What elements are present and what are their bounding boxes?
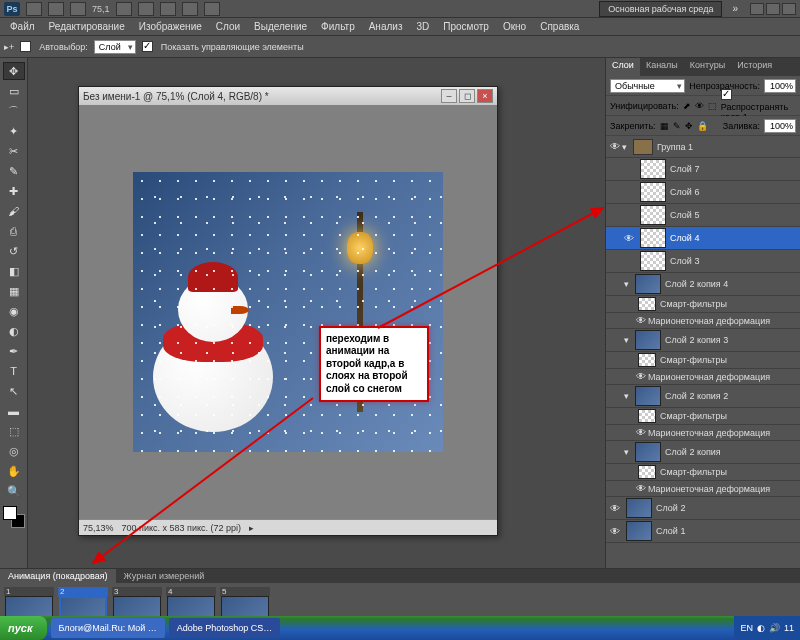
unify-vis-icon[interactable]: 👁: [695, 101, 704, 111]
menu-edit[interactable]: Редактирование: [43, 19, 131, 34]
menu-select[interactable]: Выделение: [248, 19, 313, 34]
blur-tool[interactable]: ◉: [3, 302, 25, 320]
maximize-icon[interactable]: [766, 3, 780, 15]
lock-pos-icon[interactable]: ✥: [685, 121, 693, 131]
layer-row[interactable]: 👁Слой 2: [606, 497, 800, 520]
tab-measurements[interactable]: Журнал измерений: [116, 569, 213, 583]
lasso-tool[interactable]: ⌒: [3, 102, 25, 120]
dodge-tool[interactable]: ◐: [3, 322, 25, 340]
propagate-checkbox[interactable]: [721, 89, 732, 100]
workspace-more-icon[interactable]: »: [732, 3, 738, 14]
fill-input[interactable]: 100%: [764, 119, 796, 133]
lock-pixels-icon[interactable]: ✎: [673, 121, 681, 131]
heal-tool[interactable]: ✚: [3, 182, 25, 200]
filter-row[interactable]: 👁Марионеточная деформация: [606, 369, 800, 385]
doc-zoom[interactable]: 75,13%: [83, 523, 114, 533]
layer-row[interactable]: ▾Слой 2 копия 2: [606, 385, 800, 408]
pen-tool[interactable]: ✒: [3, 342, 25, 360]
tray-icon[interactable]: 🔊: [769, 623, 780, 633]
visibility-icon[interactable]: 👁: [608, 526, 622, 537]
autosel-checkbox[interactable]: [20, 41, 31, 52]
layer-row[interactable]: Слой 7: [606, 158, 800, 181]
showcontrols-checkbox[interactable]: [142, 41, 153, 52]
minimize-icon[interactable]: [750, 3, 764, 15]
doc-close-icon[interactable]: ×: [477, 89, 493, 103]
taskbar-item-browser[interactable]: Блоги@Mail.Ru: Мой …: [51, 618, 165, 638]
history-brush-tool[interactable]: ↺: [3, 242, 25, 260]
layer-row[interactable]: Слой 5: [606, 204, 800, 227]
layer-row[interactable]: ▾Слой 2 копия: [606, 441, 800, 464]
visibility-icon[interactable]: 👁: [622, 233, 636, 244]
move-tool[interactable]: ✥: [3, 62, 25, 80]
smart-filters-row[interactable]: Смарт-фильтры: [606, 296, 800, 313]
screenmode-icon[interactable]: [204, 2, 220, 16]
filter-row[interactable]: 👁Марионеточная деформация: [606, 313, 800, 329]
3d-tool[interactable]: ⬚: [3, 422, 25, 440]
visibility-icon[interactable]: 👁: [608, 141, 622, 152]
stamp-tool[interactable]: ⎙: [3, 222, 25, 240]
menu-analysis[interactable]: Анализ: [363, 19, 409, 34]
blend-mode-dropdown[interactable]: Обычные: [610, 79, 685, 93]
rotate-icon[interactable]: [160, 2, 176, 16]
smart-filters-row[interactable]: Смарт-фильтры: [606, 408, 800, 425]
eraser-tool[interactable]: ◧: [3, 262, 25, 280]
document-window[interactable]: Без имени-1 @ 75,1% (Слой 4, RGB/8) * – …: [78, 86, 498, 536]
clock[interactable]: 11: [784, 623, 794, 633]
menu-file[interactable]: Файл: [4, 19, 41, 34]
menu-window[interactable]: Окно: [497, 19, 532, 34]
visibility-icon[interactable]: 👁: [608, 503, 622, 514]
document-canvas[interactable]: переходим в анимации на второй кадр,а в …: [79, 105, 497, 519]
menu-image[interactable]: Изображение: [133, 19, 208, 34]
layer-row[interactable]: Слой 3: [606, 250, 800, 273]
type-tool[interactable]: T: [3, 362, 25, 380]
3dcam-tool[interactable]: ◎: [3, 442, 25, 460]
zoom-tool[interactable]: 🔍: [3, 482, 25, 500]
smart-filters-row[interactable]: Смарт-фильтры: [606, 352, 800, 369]
minibridge-icon[interactable]: [48, 2, 64, 16]
layer-group[interactable]: 👁▾Группа 1: [606, 136, 800, 158]
layer-row[interactable]: 👁Слой 1: [606, 520, 800, 543]
layer-row[interactable]: 👁Слой 4: [606, 227, 800, 250]
doc-maximize-icon[interactable]: ◻: [459, 89, 475, 103]
layer-row[interactable]: ▾Слой 2 копия 3: [606, 329, 800, 352]
filter-row[interactable]: 👁Марионеточная деформация: [606, 425, 800, 441]
gradient-tool[interactable]: ▦: [3, 282, 25, 300]
unify-pos-icon[interactable]: ⬈: [683, 101, 691, 111]
eyedropper-tool[interactable]: ✎: [3, 162, 25, 180]
workspace-switcher[interactable]: Основная рабочая среда: [599, 1, 722, 17]
arrange-icon[interactable]: [182, 2, 198, 16]
menu-3d[interactable]: 3D: [410, 19, 435, 34]
menu-help[interactable]: Справка: [534, 19, 585, 34]
wand-tool[interactable]: ✦: [3, 122, 25, 140]
close-icon[interactable]: [782, 3, 796, 15]
document-titlebar[interactable]: Без имени-1 @ 75,1% (Слой 4, RGB/8) * – …: [79, 87, 497, 105]
hand-icon[interactable]: [116, 2, 132, 16]
menu-filter[interactable]: Фильтр: [315, 19, 361, 34]
path-tool[interactable]: ↖: [3, 382, 25, 400]
unify-style-icon[interactable]: ⬚: [708, 101, 717, 111]
brush-tool[interactable]: 🖌: [3, 202, 25, 220]
tray-icon[interactable]: ◐: [757, 623, 765, 633]
crop-tool[interactable]: ✂: [3, 142, 25, 160]
lock-all-icon[interactable]: 🔒: [697, 121, 708, 131]
tab-animation[interactable]: Анимация (покадровая): [0, 569, 116, 583]
color-swatch[interactable]: [3, 506, 25, 528]
hand-tool[interactable]: ✋: [3, 462, 25, 480]
tab-history[interactable]: История: [731, 58, 778, 76]
tab-paths[interactable]: Контуры: [684, 58, 731, 76]
shape-tool[interactable]: ▬: [3, 402, 25, 420]
layer-row[interactable]: ▾Слой 2 копия 4: [606, 273, 800, 296]
system-tray[interactable]: EN ◐ 🔊 11: [734, 616, 800, 640]
smart-filters-row[interactable]: Смарт-фильтры: [606, 464, 800, 481]
taskbar-item-photoshop[interactable]: Adobe Photoshop CS…: [169, 618, 281, 638]
doc-info[interactable]: 700 пикс. x 583 пикс. (72 ppi): [122, 523, 241, 533]
lock-trans-icon[interactable]: ▦: [660, 121, 669, 131]
tab-channels[interactable]: Каналы: [640, 58, 684, 76]
menu-layer[interactable]: Слои: [210, 19, 246, 34]
marquee-tool[interactable]: ▭: [3, 82, 25, 100]
chevron-right-icon[interactable]: ▸: [249, 523, 254, 533]
doc-minimize-icon[interactable]: –: [441, 89, 457, 103]
zoom-level[interactable]: 75,1: [92, 4, 110, 14]
bridge-icon[interactable]: [26, 2, 42, 16]
tab-layers[interactable]: Слои: [606, 58, 640, 76]
